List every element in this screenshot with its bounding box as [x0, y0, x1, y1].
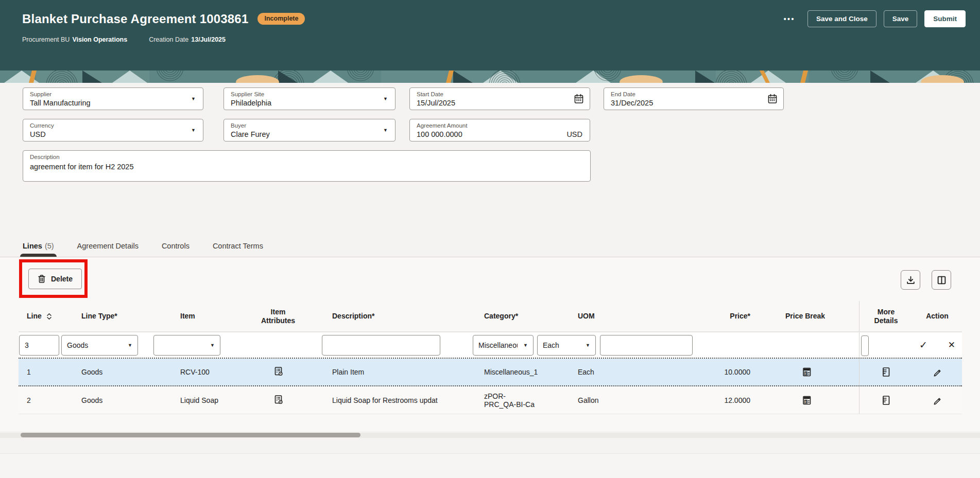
- lines-table: Line Line Type* Item Item Attributes Des…: [0, 301, 962, 414]
- download-button[interactable]: [901, 270, 920, 290]
- price-input[interactable]: [600, 335, 693, 356]
- horizontal-scrollbar-thumb[interactable]: [21, 433, 360, 437]
- columns-icon: [937, 275, 947, 285]
- dropdown-caret-icon[interactable]: ▼: [383, 128, 388, 133]
- table-edit-row: Goods▼ ▼ Miscellaneous▼ Each▼ ✓ ✕: [19, 332, 962, 359]
- dropdown-caret-icon: ▼: [523, 343, 528, 348]
- dropdown-caret-icon[interactable]: ▼: [383, 96, 388, 101]
- tab-controls[interactable]: Controls: [162, 242, 190, 257]
- page-title: Blanket Purchase Agreement 1003861: [22, 12, 248, 26]
- dropdown-caret-icon: ▼: [586, 343, 590, 348]
- tab-lines[interactable]: Lines(5): [23, 242, 54, 257]
- table-header-row: Line Line Type* Item Item Attributes Des…: [19, 301, 962, 332]
- item-attributes-icon[interactable]: [273, 395, 283, 406]
- decorative-banner: [0, 70, 980, 83]
- dropdown-caret-icon: ▼: [210, 343, 215, 348]
- table-row[interactable]: 2 Goods Liquid Soap Liquid Soap for Rest…: [19, 386, 962, 414]
- footer-strip: [0, 453, 980, 478]
- table-row[interactable]: 1 Goods RCV-100 Plain Item Miscel: [19, 359, 962, 386]
- cancel-row-icon[interactable]: ✕: [948, 340, 955, 350]
- currency-field[interactable]: Currency USD ▼: [23, 119, 203, 141]
- calendar-icon[interactable]: [767, 94, 778, 104]
- header-meta: Procurement BUVision Operations Creation…: [22, 36, 966, 43]
- tab-bar: Lines(5) Agreement Details Controls Cont…: [0, 234, 980, 257]
- edit-line-pencil-icon[interactable]: [933, 367, 942, 377]
- calendar-icon[interactable]: [574, 94, 584, 104]
- tab-contract-terms[interactable]: Contract Terms: [213, 242, 263, 257]
- svg-text:$: $: [805, 371, 807, 376]
- dropdown-caret-icon[interactable]: ▼: [191, 96, 196, 101]
- end-date-field[interactable]: End Date 31/Dec/2025: [604, 87, 784, 110]
- more-details-icon[interactable]: [881, 395, 891, 405]
- procurement-bu: Procurement BUVision Operations: [22, 36, 127, 43]
- dropdown-caret-icon: ▼: [128, 343, 132, 348]
- submit-button[interactable]: Submit: [924, 10, 966, 27]
- supplier-site-field[interactable]: Supplier Site Philadelphia ▼: [223, 87, 396, 110]
- sort-icon[interactable]: [46, 312, 52, 321]
- manage-columns-button[interactable]: [932, 270, 951, 290]
- item-select[interactable]: ▼: [153, 335, 220, 356]
- buyer-field[interactable]: Buyer Clare Furey ▼: [223, 119, 396, 141]
- tab-agreement-details[interactable]: Agreement Details: [77, 242, 139, 257]
- line-type-select[interactable]: Goods▼: [61, 335, 138, 356]
- delete-line-button[interactable]: Delete: [28, 269, 82, 289]
- supplier-field[interactable]: Supplier Tall Manufacturing ▼: [23, 87, 203, 110]
- uom-select[interactable]: Each▼: [537, 335, 596, 356]
- agreement-amount-field[interactable]: Agreement Amount 100 000.0000 USD: [409, 119, 590, 141]
- page-header: Blanket Purchase Agreement 1003861 Incom…: [0, 0, 980, 70]
- save-button[interactable]: Save: [884, 10, 918, 27]
- category-select[interactable]: Miscellaneous▼: [473, 335, 534, 356]
- dropdown-caret-icon[interactable]: ▼: [191, 128, 196, 133]
- save-and-close-button[interactable]: Save and Close: [807, 10, 876, 27]
- line-number-input[interactable]: [19, 335, 59, 356]
- item-attributes-icon[interactable]: [273, 366, 283, 378]
- start-date-field[interactable]: Start Date 15/Jul/2025: [409, 87, 590, 110]
- description-field[interactable]: Description agreement for item for H2 20…: [23, 150, 591, 182]
- more-details-icon[interactable]: [881, 367, 891, 377]
- price-break-icon[interactable]: $: [802, 367, 812, 377]
- blanket-purchase-agreement-page: Blanket Purchase Agreement 1003861 Incom…: [0, 0, 980, 478]
- confirm-row-icon[interactable]: ✓: [919, 339, 927, 351]
- svg-text:$: $: [805, 399, 807, 403]
- trash-icon: [38, 274, 46, 284]
- currency-suffix: USD: [566, 130, 582, 138]
- agreement-form: Supplier Tall Manufacturing ▼ Supplier S…: [0, 83, 980, 478]
- horizontal-scrollbar-track[interactable]: [0, 433, 980, 438]
- download-icon: [906, 275, 916, 285]
- more-actions-icon[interactable]: •••: [784, 15, 795, 23]
- creation-date: Creation Date13/Jul/2025: [149, 36, 226, 43]
- edit-line-pencil-icon[interactable]: [933, 396, 942, 405]
- description-input[interactable]: [322, 335, 440, 356]
- price-break-icon[interactable]: $: [802, 395, 812, 405]
- status-badge: Incomplete: [257, 13, 305, 25]
- clipped-field-fragment: [861, 335, 869, 356]
- footer-spacer: [0, 438, 980, 453]
- lines-panel: Delete L: [0, 257, 980, 431]
